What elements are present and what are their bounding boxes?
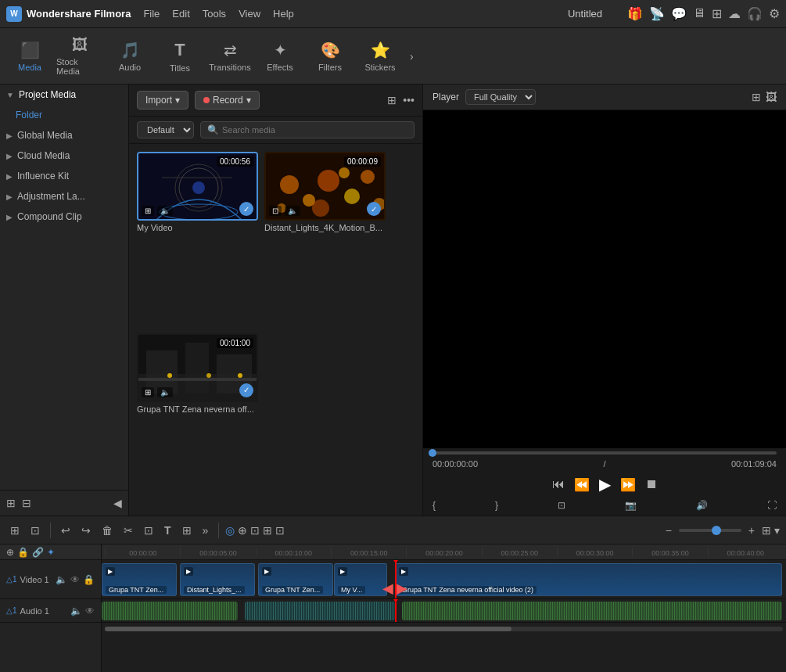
progress-bar[interactable] (432, 451, 777, 455)
ripple-icon[interactable]: ◎ (225, 524, 235, 537)
clip-3[interactable]: ▶ Grupa TNT Zen... (258, 563, 333, 596)
tool-audio[interactable]: 🎵 Audio (106, 31, 153, 81)
video1-speaker-icon[interactable]: 🔈 (56, 574, 67, 585)
video1-lock-icon[interactable]: 🔒 (83, 574, 95, 585)
import-button[interactable]: Import ▾ (137, 91, 188, 110)
volume-icon[interactable]: 🔊 (696, 500, 708, 511)
undo-button[interactable]: ↩ (57, 522, 74, 539)
tool-transitions[interactable]: ⇄ Transitions (206, 31, 253, 81)
split-icon[interactable]: ⊡ (250, 524, 260, 537)
snapshot-icon[interactable]: 📷 (625, 500, 637, 511)
quality-select[interactable]: Full Quality (465, 89, 536, 105)
tool-filters[interactable]: 🎨 Filters (307, 31, 354, 81)
text-button[interactable]: T (160, 522, 175, 539)
settings-icon[interactable]: ⚙ (769, 6, 780, 21)
broadcast-icon[interactable]: 📡 (649, 6, 665, 21)
grid-layout-icon[interactable]: ⊞ (762, 524, 771, 537)
tool-stock-media[interactable]: 🖼 Stock Media (56, 31, 103, 81)
magnet-icon[interactable]: ⊕ (238, 524, 247, 537)
tool-media[interactable]: ⬛ Media (6, 31, 53, 81)
scene-detection-button[interactable]: ⊞ (6, 522, 23, 539)
monitor-icon[interactable]: 🖥 (693, 6, 705, 21)
fullscreen-icon[interactable]: ⛶ (767, 500, 777, 511)
media-item-1[interactable]: 00:00:09 ⊡ 🔈 ✓ Distant_Lights_4K_Motion_… (264, 152, 386, 327)
media-thumb-0[interactable]: 00:00:56 ⊞ 🔈 ✓ (137, 152, 258, 221)
media-item-2[interactable]: 00:01:00 ⊞ 🔈 ✓ Grupa TNT Zena neverna of… (137, 333, 258, 508)
add-to-timeline-icon[interactable]: ⊡ (558, 500, 565, 511)
more-tools-button[interactable]: » (199, 522, 213, 539)
play-button[interactable]: ▶ (599, 475, 611, 494)
filter-icon[interactable]: ⊞ (387, 94, 397, 106)
audio-link-icon[interactable]: 🔗 (32, 547, 44, 558)
delete-folder-icon[interactable]: ⊟ (22, 497, 31, 509)
search-input[interactable] (222, 125, 407, 135)
silence-detection-button[interactable]: ⊡ (27, 522, 44, 539)
global-media-item[interactable]: ▶ Global Media (0, 125, 128, 146)
mark-out-icon[interactable]: } (495, 500, 498, 511)
add-folder-icon[interactable]: ⊞ (6, 497, 16, 509)
progress-thumb[interactable] (429, 449, 436, 457)
compound-clip-item[interactable]: ▶ Compound Clip (0, 207, 128, 227)
add-track-icon[interactable]: ⊕ (6, 547, 14, 558)
mark-in-icon[interactable]: { (432, 500, 436, 511)
ai-clip-icon[interactable]: ✦ (47, 547, 55, 558)
media-thumb-1[interactable]: 00:00:09 ⊡ 🔈 ✓ (264, 152, 386, 221)
video1-eye-icon[interactable]: 👁 (70, 574, 80, 585)
tool-stickers[interactable]: ⭐ Stickers (357, 31, 404, 81)
audio-clip-3[interactable] (402, 602, 782, 620)
collapse-panel-icon[interactable]: ◀ (113, 497, 122, 509)
zoom-in-button[interactable]: + (745, 522, 759, 539)
scrollbar-thumb[interactable] (105, 627, 511, 631)
grid-icon[interactable]: ⊞ (712, 6, 722, 21)
media-item-0[interactable]: 00:00:56 ⊞ 🔈 ✓ My Video (137, 152, 258, 327)
frame-forward-button[interactable]: ⏩ (620, 477, 636, 492)
delete-button[interactable]: 🗑 (98, 522, 117, 539)
skip-back-button[interactable]: ⏮ (552, 477, 565, 491)
audio1-speaker-icon[interactable]: 🔈 (70, 606, 82, 616)
zoom-slider[interactable] (679, 529, 741, 532)
timeline-scrollbar[interactable] (105, 627, 783, 631)
clip-2[interactable]: ▶ Distant_Lights_... (180, 563, 255, 596)
player-screen[interactable] (423, 110, 786, 448)
menu-file[interactable]: File (143, 8, 160, 20)
sort-select[interactable]: Default (137, 121, 194, 138)
menu-edit[interactable]: Edit (172, 8, 189, 20)
influence-kit-item[interactable]: ▶ Influence Kit (0, 166, 128, 186)
adjustment-la-item[interactable]: ▶ Adjustment La... (0, 186, 128, 207)
audio-split-icon[interactable]: ⊞ (263, 524, 272, 537)
frame-back-button[interactable]: ⏪ (574, 477, 590, 492)
gift-icon[interactable]: 🎁 (627, 6, 643, 21)
folder-item[interactable]: Folder (0, 105, 128, 125)
cut-button[interactable]: ✂ (120, 522, 137, 539)
audio1-eye-icon[interactable]: 👁 (85, 606, 95, 616)
player-progress[interactable] (423, 448, 786, 458)
tool-effects[interactable]: ✦ Effects (257, 31, 303, 81)
speed-icon[interactable]: ⊡ (275, 524, 285, 537)
toolbar-more-chevron[interactable]: › (410, 50, 414, 63)
clip-5[interactable]: ▶ Grupa TNT Zena neverna official video … (395, 563, 782, 596)
redo-button[interactable]: ↪ (77, 522, 95, 539)
more-options-icon[interactable]: ▾ (774, 524, 780, 537)
project-media-item[interactable]: ▼ Project Media (0, 84, 128, 105)
menu-help[interactable]: Help (273, 8, 294, 20)
menu-view[interactable]: View (239, 8, 260, 20)
tool-titles[interactable]: T Titles (156, 31, 203, 81)
headphone-icon[interactable]: 🎧 (747, 6, 763, 21)
clip-1[interactable]: ▶ Grupa TNT Zen... (102, 563, 177, 596)
image-view-icon[interactable]: 🖼 (766, 91, 777, 103)
cloud-icon[interactable]: ☁ (728, 6, 741, 21)
snap-button[interactable]: ⊞ (178, 522, 196, 539)
cloud-media-item[interactable]: ▶ Cloud Media (0, 146, 128, 166)
stop-button[interactable]: ⏹ (645, 477, 658, 491)
menu-tools[interactable]: Tools (203, 8, 226, 20)
more-options-icon[interactable]: ••• (403, 94, 415, 106)
grid-view-icon[interactable]: ⊞ (752, 91, 761, 103)
lock-track-icon[interactable]: 🔒 (17, 547, 29, 558)
zoom-out-button[interactable]: − (662, 522, 676, 539)
timeline-scrollbar-area[interactable] (102, 623, 786, 635)
chat-icon[interactable]: 💬 (671, 6, 687, 21)
clip-4[interactable]: ▶ My V... (334, 563, 387, 596)
crop-button[interactable]: ⊡ (140, 522, 157, 539)
audio-clip-1[interactable] (102, 602, 238, 620)
record-button[interactable]: Record ▾ (195, 91, 260, 110)
